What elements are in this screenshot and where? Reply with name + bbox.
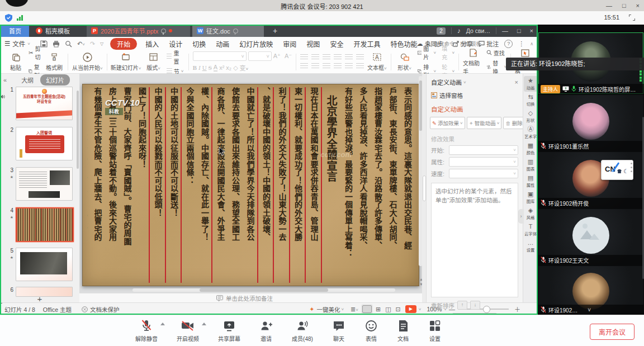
clear-format-icon[interactable]: ◇ xyxy=(233,64,238,72)
menu-start[interactable]: 开始 xyxy=(110,38,137,50)
menu-item[interactable]: 开发工具 xyxy=(348,41,385,49)
menu-item[interactable]: 插入 xyxy=(140,41,164,49)
tab-docker-templates[interactable]: 稻壳模板 xyxy=(31,25,84,37)
side-tool-button[interactable]: ⇆ 切换 xyxy=(524,92,538,108)
notes-bar[interactable]: 单击此处添加备注 xyxy=(79,293,424,302)
comment-button[interactable]: 批注 xyxy=(479,39,499,48)
handout-view-icon[interactable]: ⊡ xyxy=(396,306,401,313)
side-tool-button[interactable]: ▤ 属性 xyxy=(524,173,538,189)
property-combo[interactable]: ˅ xyxy=(449,157,518,167)
participant-tile-4[interactable]: 环设1902王天文 xyxy=(538,209,643,265)
selection-pane-link[interactable]: 选择窗格 xyxy=(427,87,523,99)
play-from-current-button[interactable]: 从当前开始˅ xyxy=(72,53,103,72)
video-options-caret[interactable] xyxy=(202,323,206,325)
side-tool-button[interactable]: ▣ 图库 xyxy=(524,189,538,205)
tab-document[interactable]: W 征文.doc xyxy=(192,25,264,37)
pin-icon[interactable] xyxy=(161,29,166,34)
side-tool-button[interactable]: ▥ 图表 xyxy=(524,157,538,173)
side-tool-button[interactable]: T 云字体 xyxy=(524,222,538,238)
text-direction-icon[interactable] xyxy=(356,54,364,60)
tab-presentation-active[interactable]: P 2020五四青年节.pptx xyxy=(87,25,190,37)
fill-button[interactable]: 填充˅ xyxy=(442,44,454,61)
format-painter-button[interactable]: 格式刷 xyxy=(45,53,64,72)
share-screen-button[interactable]: 共享屏幕 xyxy=(218,319,240,343)
canvas-hscrollbar[interactable] xyxy=(132,288,395,292)
more-icon[interactable]: ⋮ xyxy=(518,40,524,48)
menu-item[interactable]: 视图 xyxy=(301,41,325,49)
slide-thumbnail-2[interactable]: 入团誓词 xyxy=(16,127,73,160)
menu-item[interactable]: 幻灯片放映 xyxy=(234,41,278,49)
collapse-ribbon-icon[interactable]: ∧ xyxy=(530,41,533,46)
panel-switch-caret[interactable]: ˅ xyxy=(463,80,466,85)
line-spacing-icon[interactable] xyxy=(345,54,353,60)
speed-combo[interactable]: ˅ xyxy=(449,169,518,178)
replace-button[interactable]: 替换˅ xyxy=(486,59,506,75)
paste-button[interactable]: 粘贴 xyxy=(6,53,25,72)
newspaper-slide[interactable]: 表示同感的意思。這裏大隊就退出交民巷、經戶部街、東長安街、東單牌樓、石大人胡同、… xyxy=(82,84,419,286)
menu-item[interactable]: 设计 xyxy=(164,41,187,49)
find-button[interactable]: 查找 xyxy=(486,49,506,57)
fit-slide-icon[interactable] xyxy=(526,306,532,312)
shapes-button[interactable]: 形状˅ xyxy=(395,53,414,72)
tab-home[interactable]: 首页 xyxy=(1,25,29,37)
italic-button[interactable]: I xyxy=(198,64,201,71)
participant-tile-2[interactable]: 环设1901董乐然 xyxy=(538,95,643,151)
undo-icon[interactable]: ↶˅ xyxy=(77,40,85,48)
leave-meeting-button[interactable]: 离开会议 xyxy=(590,324,634,340)
menu-item[interactable]: 审阅 xyxy=(278,41,301,49)
slide-thumbnail-5[interactable] xyxy=(16,248,73,281)
indent-less-icon[interactable] xyxy=(323,54,330,60)
tab-slides[interactable]: 幻灯片 xyxy=(40,74,70,86)
side-tool-button[interactable]: Ⓐ 艺术字 xyxy=(524,125,538,140)
toolbar-options-icon[interactable]: ▽ xyxy=(100,41,103,46)
wps-restore-icon[interactable]: □ xyxy=(517,27,521,34)
add-effect-button[interactable]: ✎添加效果˅ xyxy=(430,117,465,129)
invite-button[interactable]: 邀请 xyxy=(259,319,273,343)
protect-label[interactable]: 文档未保护 xyxy=(90,305,120,314)
cut-button[interactable]: ✂ 剪切 xyxy=(29,44,41,61)
settings-button[interactable]: 设置 xyxy=(428,319,442,343)
indent-more-icon[interactable] xyxy=(334,54,342,60)
redo-icon[interactable]: ↷ xyxy=(90,40,95,48)
move-down-button[interactable]: ↓ xyxy=(470,301,480,310)
maximize-icon[interactable]: □ xyxy=(622,2,626,9)
picture-button[interactable]: 图片˅ xyxy=(418,44,437,61)
font-decrease-button[interactable]: A⁻ xyxy=(285,53,292,60)
panel-collapse-button[interactable]: « xyxy=(3,77,7,83)
strip-expand-handle[interactable]: › xyxy=(518,209,524,224)
doc-assistant-button[interactable]: 文档助手 xyxy=(463,48,483,75)
start-combo[interactable]: ˅ xyxy=(449,145,518,155)
anim-panel-scrollbar[interactable] xyxy=(422,74,426,302)
subscript-button[interactable]: x₂ xyxy=(226,64,231,71)
chat-button[interactable]: 聊天 xyxy=(332,319,345,343)
layout-button[interactable]: 版式˅ xyxy=(144,53,163,72)
superscript-button[interactable]: x² xyxy=(219,64,224,71)
tab-outline[interactable]: 大纲 xyxy=(21,75,34,84)
bullets-icon[interactable] xyxy=(300,54,308,60)
textbox-button[interactable]: A文本框˅ xyxy=(367,53,387,72)
menu-item[interactable]: 切换 xyxy=(187,41,211,49)
align-right-icon[interactable] xyxy=(323,63,330,69)
side-tool-button[interactable]: ★ 动画 xyxy=(524,76,538,92)
notes-toggle-icon[interactable]: ≣˅ xyxy=(351,306,358,313)
font-increase-button[interactable]: A⁺ xyxy=(273,53,281,60)
participant-tile-3[interactable]: CN ☾ 环设1902杨开俊 xyxy=(538,152,643,208)
slide-thumbnail-4-selected[interactable] xyxy=(16,207,74,242)
reset-button[interactable]: 重置 xyxy=(167,49,184,65)
beautify-button[interactable]: 一键美化 xyxy=(316,305,340,314)
move-up-button[interactable]: ↑ xyxy=(457,301,467,310)
side-tool-button[interactable]: … 设置 xyxy=(524,238,538,254)
fullscreen-icon[interactable] xyxy=(629,15,635,21)
side-tool-button[interactable]: ▦ 颜色 xyxy=(524,141,538,157)
normal-view-button[interactable] xyxy=(362,305,372,313)
docs-button[interactable]: 文档 xyxy=(397,319,409,343)
font-size-combo[interactable]: ˅ xyxy=(248,51,272,61)
slide-thumbnail-1[interactable]: 五四青年节主题班会(活动)环设专业 xyxy=(16,87,73,120)
slide-canvas[interactable]: 表示同感的意思。這裏大隊就退出交民巷、經戶部街、東長安街、東單牌樓、石大人胡同、… xyxy=(79,74,424,293)
help-icon[interactable]: ? xyxy=(504,40,513,48)
slide-panel-scrollbar[interactable] xyxy=(77,91,79,169)
new-slide-button[interactable]: 新建幻灯片˅ xyxy=(111,53,140,72)
align-left-icon[interactable] xyxy=(300,63,308,69)
numbering-icon[interactable] xyxy=(311,54,319,60)
side-tool-button[interactable]: ◈ 风格 xyxy=(524,206,538,221)
